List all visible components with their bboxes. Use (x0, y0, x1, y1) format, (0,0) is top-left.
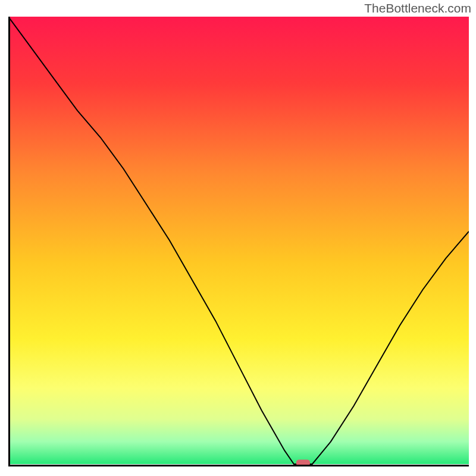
chart-container (8, 17, 469, 468)
gradient-background (8, 17, 469, 464)
watermark-text: TheBottleneck.com (364, 1, 471, 15)
chart-svg (8, 17, 469, 468)
